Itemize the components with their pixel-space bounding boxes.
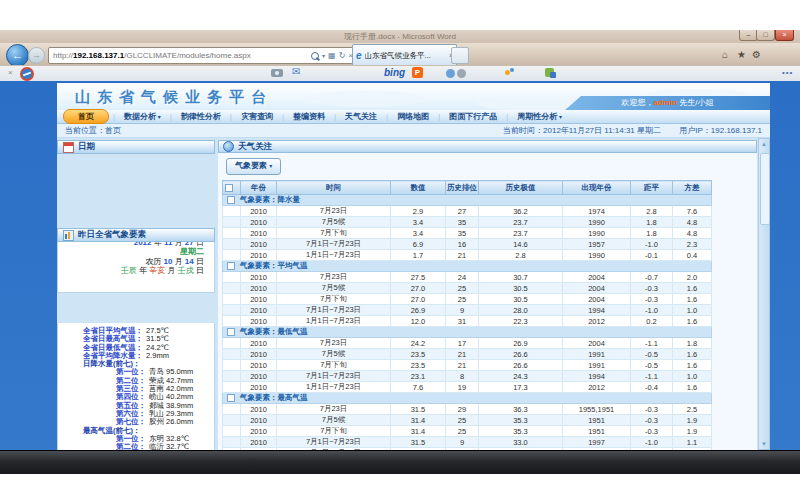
cell: 1.0 bbox=[673, 371, 712, 382]
cell: 2012 bbox=[563, 382, 631, 393]
section-row[interactable]: 气象要素：降水量 bbox=[223, 195, 712, 206]
calendar-ganzhi: 壬辰 年 辛亥 月 壬戌 日 bbox=[58, 266, 204, 275]
table-row[interactable]: 20107月1日~7月23日6.91614.61957-1.02.3 bbox=[223, 239, 712, 250]
username: admin bbox=[653, 98, 677, 107]
back-button[interactable]: ← bbox=[6, 44, 29, 67]
addon-logo-icon[interactable] bbox=[20, 67, 34, 81]
maximize-button[interactable]: □ bbox=[756, 30, 775, 41]
cell: 29 bbox=[446, 404, 479, 415]
compatibility-icon[interactable]: ▦ bbox=[328, 51, 336, 60]
cell: 2010 bbox=[241, 239, 277, 250]
coin-icon[interactable] bbox=[446, 69, 455, 78]
settings-gear-icon[interactable]: ⚙ bbox=[752, 49, 761, 60]
camera-icon[interactable] bbox=[271, 69, 283, 77]
table-row[interactable]: 20107月下旬23.52126.61991-0.51.6 bbox=[223, 360, 712, 371]
table-row[interactable]: 20107月23日24.21726.92004-1.11.8 bbox=[223, 338, 712, 349]
table-row[interactable]: 20107月5候23.52126.61991-0.51.6 bbox=[223, 349, 712, 360]
home-icon[interactable]: ⌂ bbox=[722, 49, 728, 60]
browser-tab[interactable]: e 山东省气候业务平... × bbox=[352, 44, 457, 66]
coin-icon[interactable] bbox=[457, 69, 466, 78]
section-row[interactable]: 气象要素：平均气温 bbox=[223, 261, 712, 272]
nav-item-2[interactable]: 韵律性分析 bbox=[172, 111, 230, 122]
table-row[interactable]: 20107月下旬31.42535.31951-0.31.9 bbox=[223, 426, 712, 437]
element-filter-button[interactable]: 气象要素 ▾ bbox=[226, 158, 281, 175]
table-row[interactable]: 20107月5候31.42535.31951-0.31.9 bbox=[223, 415, 712, 426]
table-row[interactable]: 20107月1日~7月23日26.9928.01994-1.01.0 bbox=[223, 305, 712, 316]
checkbox-icon[interactable] bbox=[227, 328, 235, 336]
bing-logo[interactable]: bing bbox=[384, 67, 405, 78]
section-cell: 气象要素：平均气温 bbox=[223, 261, 712, 272]
column-header: 年份 bbox=[241, 181, 277, 195]
cell: 36.3 bbox=[479, 404, 563, 415]
cell: 35.3 bbox=[479, 426, 563, 437]
table-row[interactable]: 20107月23日2.92736.219742.87.6 bbox=[223, 206, 712, 217]
select-cell bbox=[223, 437, 241, 448]
search-icon[interactable] bbox=[311, 52, 319, 60]
table-row[interactable]: 20107月1日~7月23日31.5933.01997-1.01.1 bbox=[223, 437, 712, 448]
tab-title: 山东省气候业务平... bbox=[365, 51, 446, 61]
scroll-down-icon[interactable]: ▼ bbox=[761, 441, 767, 447]
refresh-icon[interactable]: ↻ bbox=[339, 51, 346, 60]
select-cell bbox=[223, 272, 241, 283]
cell: 7月23日 bbox=[277, 338, 391, 349]
cell: 9 bbox=[446, 437, 479, 448]
nav-item-5[interactable]: 天气关注 bbox=[336, 111, 386, 122]
nav-item-7[interactable]: 图面下行产品 bbox=[440, 111, 506, 122]
column-header: 出现年份 bbox=[563, 181, 631, 195]
nav-item-8[interactable]: 周期性分析 ▾ bbox=[508, 111, 571, 122]
table-row[interactable]: 20101月1日~7月23日1.7212.81990-0.10.4 bbox=[223, 250, 712, 261]
forward-button[interactable]: → bbox=[28, 47, 45, 64]
table-row[interactable]: 20107月1日~7月23日23.1824.31994-1.11.0 bbox=[223, 371, 712, 382]
plugin-icon[interactable] bbox=[545, 68, 554, 77]
nav-item-1[interactable]: 数据分析 ▾ bbox=[115, 111, 170, 122]
cell: 7月5候 bbox=[277, 349, 391, 360]
table-row[interactable]: 20101月1日~7月23日7.61917.32012-0.41.6 bbox=[223, 382, 712, 393]
checkbox-icon[interactable] bbox=[227, 262, 235, 270]
table-row[interactable]: 20107月5候27.02530.52004-0.31.6 bbox=[223, 283, 712, 294]
section-row[interactable]: 气象要素：最高气温 bbox=[223, 393, 712, 404]
table-row[interactable]: 20107月23日31.52936.31955,1951-0.32.5 bbox=[223, 404, 712, 415]
nav-item-4[interactable]: 整编资料 bbox=[284, 111, 334, 122]
welcome-ribbon: 欢迎您，admin 先生/小姐 bbox=[565, 96, 770, 110]
cell: 1.6 bbox=[673, 294, 712, 305]
nav-item-6[interactable]: 网络地图 bbox=[388, 111, 438, 122]
sparkle-icon[interactable] bbox=[505, 68, 515, 78]
new-tab-button[interactable] bbox=[451, 47, 469, 64]
select-cell bbox=[223, 217, 241, 228]
table-row[interactable]: 20107月5候3.43523.719901.84.8 bbox=[223, 217, 712, 228]
cell: 1.0 bbox=[673, 305, 712, 316]
calendar-panel-body: 2012 年 11 月 27 日 星期二 农历 10 月 14 日 壬辰 年 辛… bbox=[57, 235, 215, 293]
nav-item-3[interactable]: 灾害查询 bbox=[232, 111, 282, 122]
favorites-star-icon[interactable]: ★ bbox=[737, 49, 746, 60]
cell: 1.8 bbox=[631, 228, 673, 239]
p-badge-icon[interactable]: P bbox=[412, 67, 423, 78]
cell: -0.7 bbox=[631, 272, 673, 283]
cell: 7月23日 bbox=[277, 404, 391, 415]
cell: 2010 bbox=[241, 294, 277, 305]
scrollbar-thumb[interactable] bbox=[760, 153, 770, 225]
checkbox-icon[interactable] bbox=[225, 184, 233, 192]
scroll-up-icon[interactable]: ▲ bbox=[761, 141, 767, 147]
address-bar[interactable]: http://192.168.137.1/GLCCLIMATE/modules/… bbox=[48, 47, 356, 64]
more-options-icon[interactable]: ••• bbox=[782, 68, 793, 77]
search-dropdown-icon[interactable]: ▾ bbox=[322, 52, 325, 59]
page-scrollbar[interactable]: ▲ ▼ bbox=[758, 138, 770, 450]
table-row[interactable]: 20107月下旬3.43523.719901.84.8 bbox=[223, 228, 712, 239]
checkbox-icon[interactable] bbox=[227, 394, 235, 402]
section-row[interactable]: 气象要素：最低气温 bbox=[223, 327, 712, 338]
table-row[interactable]: 20107月下旬27.02530.52004-0.31.6 bbox=[223, 294, 712, 305]
cell: 1月1日~7月23日 bbox=[277, 250, 391, 261]
addon-close-icon[interactable]: × bbox=[8, 68, 13, 77]
nav-item-0[interactable]: 首页 bbox=[63, 109, 109, 124]
cell: 1974 bbox=[563, 206, 631, 217]
cell: 27.0 bbox=[391, 283, 446, 294]
checkbox-icon[interactable] bbox=[227, 196, 235, 204]
cell: 3.4 bbox=[391, 217, 446, 228]
cell: 1.8 bbox=[673, 338, 712, 349]
mail-icon[interactable]: ✉ bbox=[292, 66, 300, 77]
cell: 1957 bbox=[563, 239, 631, 250]
cell: 26.6 bbox=[479, 349, 563, 360]
close-button[interactable]: × bbox=[775, 30, 794, 41]
table-row[interactable]: 20101月1日~7月23日12.03122.320120.21.6 bbox=[223, 316, 712, 327]
table-row[interactable]: 20107月23日27.52430.72004-0.72.0 bbox=[223, 272, 712, 283]
